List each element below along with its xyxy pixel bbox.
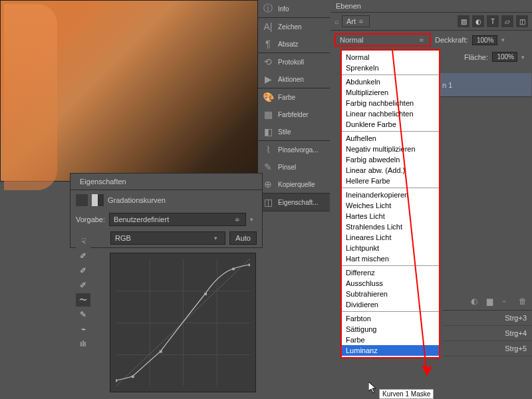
blend-mode-select[interactable]: Normal≑ [334, 33, 431, 47]
panel-label: Farbe [278, 94, 295, 101]
panel-eigenschaften[interactable]: ◫Eigenschaft... [258, 194, 330, 211]
layers-tab[interactable]: Ebenen [331, 0, 532, 13]
curve-point-tool[interactable]: 〜 [76, 293, 90, 307]
blend-option[interactable]: Differenz [342, 267, 439, 278]
properties-tab[interactable]: Eigenschaften [70, 174, 262, 190]
auto-button[interactable]: Auto [229, 231, 257, 245]
opacity-label: Deckkraft: [435, 36, 468, 44]
shortcut-row[interactable]: Strg+5 [443, 341, 532, 356]
canvas-preview[interactable] [0, 0, 258, 182]
filter-smart-icon[interactable]: ◫ [516, 15, 528, 27]
auto-label: Auto [235, 234, 251, 242]
curves-tools: ☟ ✐ ✐ ✐ 〜 ✎ ⌁ ılı [73, 232, 93, 353]
target-adjust-tool[interactable]: ☟ [76, 235, 90, 248]
blend-option[interactable]: Ausschluss [342, 278, 439, 289]
panel-pinsel[interactable]: ✎Pinsel [258, 158, 330, 176]
curve-smooth-tool[interactable]: ⌁ [76, 323, 90, 336]
blend-option[interactable]: Multiplizieren [342, 87, 439, 98]
blend-option[interactable]: Aufhellen [342, 133, 439, 144]
folder-icon[interactable]: ▆ [487, 297, 496, 306]
properties-panel: Eigenschaften Gradationskurven Vorgabe: … [70, 173, 263, 248]
blend-option[interactable]: Strahlendes Licht [342, 221, 439, 232]
blend-mode-dropdown[interactable]: NormalSprenkeln AbdunkelnMultiplizierenF… [340, 49, 440, 358]
channel-value: RGB [115, 234, 131, 242]
curve-draw-tool[interactable]: ✎ [76, 308, 90, 321]
blend-option[interactable]: Negativ multiplizieren [342, 144, 439, 154]
svg-rect-2 [132, 375, 134, 378]
blend-option[interactable]: Lineares Licht [342, 232, 439, 243]
curves-graph[interactable] [110, 253, 256, 392]
filter-value: Art [346, 17, 356, 25]
blend-option[interactable]: Ineinanderkopieren [342, 190, 439, 200]
blend-option[interactable]: Hellere Farbe [342, 176, 439, 186]
svg-rect-5 [232, 268, 235, 271]
blend-option[interactable]: Hart mischen [342, 253, 439, 264]
adjust-icon[interactable]: ◐ [471, 297, 480, 306]
eyedropper-gray-tool[interactable]: ✐ [76, 264, 90, 277]
blend-option[interactable]: Sprenkeln [342, 63, 439, 73]
curve-path[interactable] [116, 259, 250, 386]
eyedropper-black-tool[interactable]: ✐ [76, 249, 90, 263]
svg-rect-1 [116, 379, 117, 382]
blend-option[interactable]: Farbton [342, 313, 439, 324]
chevron-down-icon[interactable]: ▾ [501, 37, 508, 43]
character-icon: A| [262, 21, 274, 32]
preset-select[interactable]: Benutzerdefiniert≑ [109, 213, 246, 226]
blend-option[interactable]: Hartes Licht [342, 211, 439, 221]
panel-farbe[interactable]: 🎨Farbe [258, 88, 330, 106]
panel-stile[interactable]: ◧Stile [258, 123, 330, 140]
blend-option[interactable]: Farbig nachbelichten [342, 98, 439, 108]
blend-option[interactable]: Farbe [342, 334, 439, 345]
panel-label: Farbfelder [278, 111, 309, 118]
panel-protokoll[interactable]: ⟲Protokoll [258, 53, 330, 70]
filter-image-icon[interactable]: ▧ [458, 15, 469, 27]
chevron-down-icon[interactable]: ▾ [521, 54, 528, 61]
blend-option[interactable]: Sättigung [342, 324, 439, 334]
panel-farbfelder[interactable]: ▦Farbfelder [258, 106, 330, 123]
filter-shape-icon[interactable]: ▱ [501, 15, 513, 27]
blend-option[interactable]: Linear nachbelichten [342, 108, 439, 119]
filter-adjust-icon[interactable]: ◐ [472, 15, 484, 27]
panel-absatz[interactable]: ¶Absatz [258, 35, 330, 53]
filter-select[interactable]: Art≑ [342, 15, 370, 27]
palette-icon: 🎨 [262, 92, 274, 102]
layer-row[interactable]: n 1 [438, 73, 531, 97]
eyedropper-white-tool[interactable]: ✐ [76, 279, 90, 292]
blend-option[interactable]: Abdunkeln [342, 76, 439, 87]
channel-select[interactable]: RGB▾ [110, 231, 225, 245]
blend-option[interactable]: Subtrahieren [342, 289, 439, 299]
panel-label: Pinsel [278, 164, 296, 171]
panel-label: Absatz [278, 41, 299, 48]
panel-pinselvorgaben[interactable]: ⌇Pinselvorga... [258, 141, 330, 158]
new-icon[interactable]: ▫ [503, 297, 512, 306]
blend-option[interactable]: Normal [342, 52, 439, 63]
play-icon: ▶ [262, 74, 274, 84]
panel-kopierquelle[interactable]: ⊕Kopierquelle [258, 176, 330, 193]
panel-zeichen[interactable]: A|Zeichen [258, 18, 330, 35]
blend-option[interactable]: Weiches Licht [342, 200, 439, 211]
histogram-tool[interactable]: ılı [76, 337, 90, 350]
blend-option[interactable]: Farbig abwedeln [342, 154, 439, 165]
menu-icon[interactable]: ▾ [250, 216, 257, 223]
blend-option[interactable]: Dividieren [342, 299, 439, 310]
styles-icon: ◧ [262, 126, 274, 137]
filter-type-icon[interactable]: T [487, 15, 499, 27]
shortcut-row[interactable]: Strg+4 [443, 326, 532, 341]
blend-option-luminanz[interactable]: Luminanz [342, 345, 439, 356]
blend-option[interactable]: Linear abw. (Add.) [342, 165, 439, 176]
panel-aktionen[interactable]: ▶Aktionen [258, 70, 330, 88]
panel-label: Eigenschaft... [278, 199, 319, 206]
shortcut-row[interactable]: Strg+3 [443, 311, 532, 326]
blend-option[interactable]: Lichtpunkt [342, 243, 439, 253]
shortcut-key: Strg+4 [505, 329, 527, 337]
mask-icon [92, 194, 104, 206]
panel-info[interactable]: ⓘInfo [258, 0, 330, 17]
tab-label: Eigenschaften [76, 176, 130, 187]
trash-icon[interactable]: 🗑 [519, 297, 528, 306]
history-icon: ⟲ [262, 57, 274, 67]
blend-option[interactable]: Dunklere Farbe [342, 119, 439, 130]
svg-marker-8 [422, 366, 432, 376]
chevron-down-icon: ≑ [358, 18, 365, 25]
opacity-input[interactable]: 100% [472, 35, 497, 45]
fill-input[interactable]: 100% [492, 52, 517, 62]
